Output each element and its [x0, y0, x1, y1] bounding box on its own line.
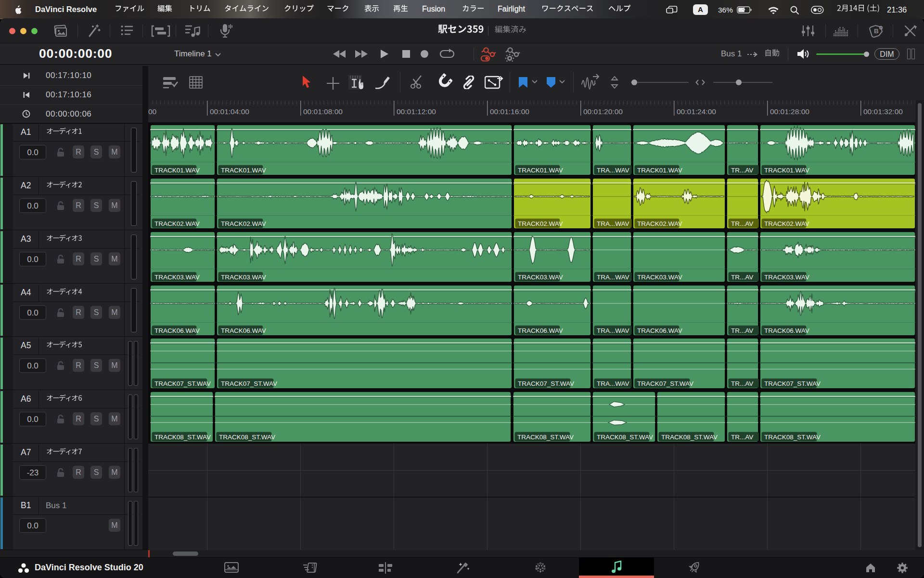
svg-text:TRACK02.WAV: TRACK02.WAV	[154, 220, 200, 227]
svg-text:TR...AV: TR...AV	[731, 274, 753, 281]
svg-text:TRACK03.WAV: TRACK03.WAV	[764, 274, 809, 281]
svg-text:TR...AV: TR...AV	[731, 380, 753, 387]
svg-text:TRACK08_ST.WAV: TRACK08_ST.WAV	[661, 434, 718, 441]
svg-text:TRA...WAV: TRA...WAV	[597, 167, 629, 174]
svg-text:TRACK08_ST.WAV: TRACK08_ST.WAV	[597, 434, 653, 441]
svg-text:TRACK08_ST.WAV: TRACK08_ST.WAV	[219, 434, 275, 441]
svg-text:TRACK07_ST.WAV: TRACK07_ST.WAV	[518, 380, 574, 387]
svg-text:TRACK06.WAV: TRACK06.WAV	[637, 327, 682, 334]
svg-text:TRACK07_ST.WAV: TRACK07_ST.WAV	[221, 380, 277, 387]
svg-text:TRACK02.WAV: TRACK02.WAV	[764, 220, 809, 227]
svg-text:TR...AV: TR...AV	[731, 327, 753, 334]
svg-text:TRACK03.WAV: TRACK03.WAV	[637, 274, 682, 281]
svg-text:TRACK03.WAV: TRACK03.WAV	[518, 274, 563, 281]
svg-text:TRACK06.WAV: TRACK06.WAV	[154, 327, 200, 334]
svg-text:TRACK07_ST.WAV: TRACK07_ST.WAV	[154, 380, 211, 387]
svg-text:TRA...WAV: TRA...WAV	[597, 327, 629, 334]
svg-text:TR...AV: TR...AV	[731, 220, 753, 227]
svg-text:TRACK01.WAV: TRACK01.WAV	[637, 167, 682, 174]
svg-text:TR...AV: TR...AV	[731, 434, 753, 441]
svg-text:TRACK08_ST.WAV: TRACK08_ST.WAV	[154, 434, 211, 441]
svg-text:TRA...WAV: TRA...WAV	[597, 220, 629, 227]
svg-text:TRACK01.WAV: TRACK01.WAV	[221, 167, 266, 174]
svg-text:TRACK08_ST.WAV: TRACK08_ST.WAV	[764, 434, 821, 441]
svg-text:TRACK03.WAV: TRACK03.WAV	[154, 274, 200, 281]
svg-text:TRACK02.WAV: TRACK02.WAV	[221, 220, 266, 227]
svg-text:TR...AV: TR...AV	[731, 167, 753, 174]
svg-text:TRACK03.WAV: TRACK03.WAV	[221, 274, 266, 281]
svg-text:TRACK06.WAV: TRACK06.WAV	[518, 327, 563, 334]
svg-text:TRACK07_ST.WAV: TRACK07_ST.WAV	[764, 380, 821, 387]
svg-text:TRA...WAV: TRA...WAV	[597, 380, 629, 387]
svg-text:TRA...WAV: TRA...WAV	[597, 274, 629, 281]
svg-text:TRACK02.WAV: TRACK02.WAV	[518, 220, 563, 227]
svg-text:TRACK08_ST.WAV: TRACK08_ST.WAV	[517, 434, 574, 441]
svg-text:TRACK06.WAV: TRACK06.WAV	[764, 327, 809, 334]
svg-text:TRACK01.WAV: TRACK01.WAV	[154, 167, 200, 174]
svg-text:TRACK02.WAV: TRACK02.WAV	[637, 220, 682, 227]
svg-text:TRACK06.WAV: TRACK06.WAV	[221, 327, 266, 334]
svg-text:TRACK07_ST.WAV: TRACK07_ST.WAV	[637, 380, 693, 387]
svg-text:TRACK01.WAV: TRACK01.WAV	[764, 167, 809, 174]
svg-text:TRACK01.WAV: TRACK01.WAV	[518, 167, 563, 174]
